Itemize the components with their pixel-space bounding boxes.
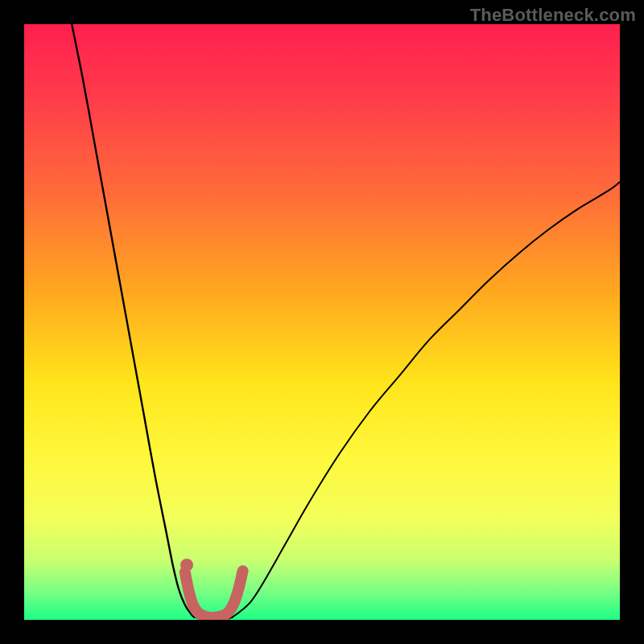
highlight-valley-dot bbox=[180, 559, 193, 572]
chart-svg bbox=[24, 24, 620, 620]
chart-frame: TheBottleneck.com bbox=[0, 0, 644, 644]
highlight-valley-u bbox=[185, 571, 243, 617]
curve-right-branch bbox=[233, 182, 620, 617]
watermark-text: TheBottleneck.com bbox=[470, 5, 636, 26]
plot-area bbox=[24, 24, 620, 620]
curve-left-branch bbox=[72, 24, 194, 617]
